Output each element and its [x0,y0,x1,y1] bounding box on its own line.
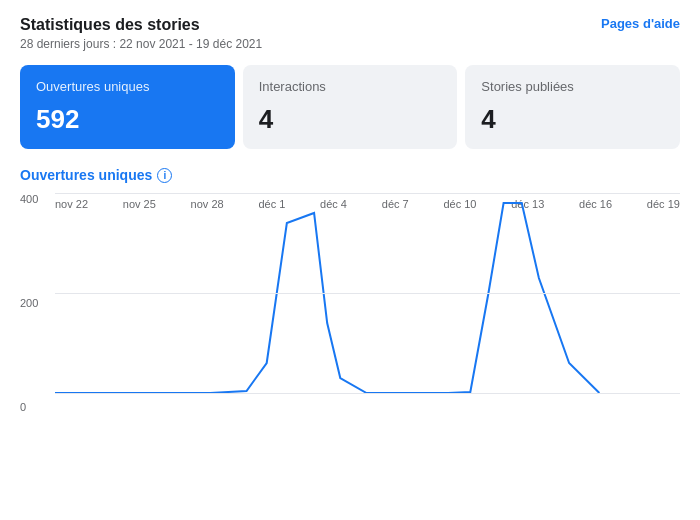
y-axis: 400 200 0 [20,193,50,413]
header: Statistiques des stories 28 derniers jou… [20,16,680,51]
card-label-stories: Stories publiées [481,79,664,94]
y-label-0: 0 [20,401,50,413]
page-title: Statistiques des stories [20,16,262,34]
chart-inner [55,193,680,393]
card-label-ouvertures: Ouvertures uniques [36,79,219,94]
chart-section-title: Ouvertures uniques i [20,167,680,183]
card-interactions: Interactions 4 [243,65,458,149]
date-range: 28 derniers jours : 22 nov 2021 - 19 déc… [20,37,262,51]
info-icon[interactable]: i [157,168,172,183]
header-text: Statistiques des stories 28 derniers jou… [20,16,262,51]
y-label-200: 200 [20,297,50,309]
page-container: Statistiques des stories 28 derniers jou… [0,0,700,520]
chart-container: Ouvertures uniques i 400 200 0 [20,167,680,427]
grid-line-bottom [55,393,680,394]
grid-line-mid [55,293,680,294]
stats-cards: Ouvertures uniques 592 Interactions 4 St… [20,65,680,149]
card-value-stories: 4 [481,104,664,135]
card-label-interactions: Interactions [259,79,442,94]
help-link[interactable]: Pages d'aide [601,16,680,31]
chart-area: 400 200 0 nov 22 nov 25 nov 28 [20,193,680,413]
grid-line-top [55,193,680,194]
chart-title: Ouvertures uniques [20,167,152,183]
card-stories-publiees: Stories publiées 4 [465,65,680,149]
y-label-400: 400 [20,193,50,205]
card-value-interactions: 4 [259,104,442,135]
card-ouvertures-uniques: Ouvertures uniques 592 [20,65,235,149]
card-value-ouvertures: 592 [36,104,219,135]
